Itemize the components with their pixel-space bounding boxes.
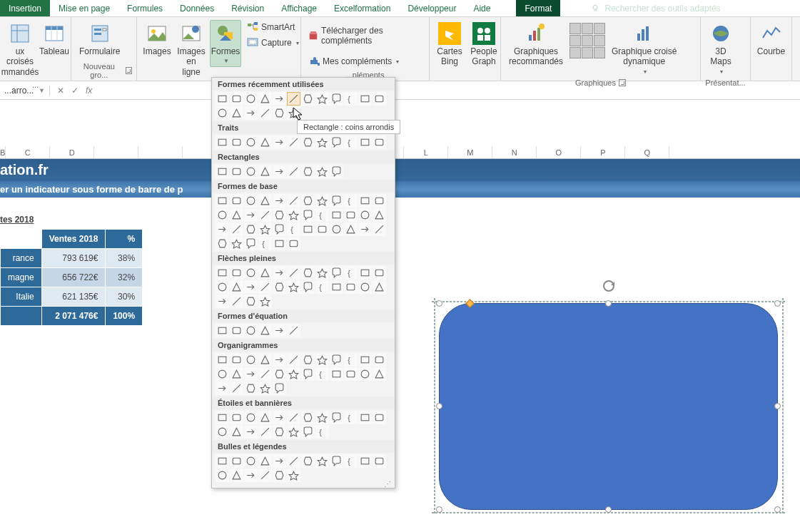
shape-option[interactable]	[230, 194, 243, 208]
shape-option[interactable]	[258, 92, 272, 106]
shape-option[interactable]	[301, 135, 315, 149]
shape-option[interactable]	[358, 411, 372, 424]
shape-option[interactable]	[358, 454, 372, 468]
shape-option[interactable]	[216, 469, 229, 482]
shape-option[interactable]	[273, 353, 286, 367]
tell-me-search[interactable]: Rechercher des outils adaptés	[582, 0, 729, 16]
column-header[interactable]	[138, 146, 183, 158]
shape-option[interactable]	[258, 222, 272, 236]
shape-option[interactable]	[301, 92, 315, 106]
shape-option[interactable]	[258, 454, 272, 468]
shape-option[interactable]: {	[344, 92, 358, 106]
shape-option[interactable]	[244, 194, 258, 208]
column-header[interactable]	[94, 146, 138, 158]
name-box[interactable]: ...arro...▼	[0, 86, 50, 96]
shape-option[interactable]	[230, 353, 243, 367]
shape-option[interactable]	[358, 135, 372, 149]
shape-option[interactable]	[230, 237, 243, 250]
shape-option[interactable]	[344, 222, 358, 236]
shape-option[interactable]	[273, 165, 286, 178]
shape-option[interactable]	[287, 266, 300, 280]
shape-option[interactable]	[287, 237, 300, 250]
shape-option[interactable]	[344, 367, 358, 381]
shape-option[interactable]	[258, 280, 272, 294]
shape-option[interactable]	[258, 194, 272, 208]
tab-format[interactable]: Format	[516, 0, 560, 16]
tab-affichage[interactable]: Affichage	[273, 0, 325, 16]
shape-option[interactable]	[273, 106, 286, 120]
resize-grip-icon[interactable]: ⋰	[384, 482, 392, 486]
shape-option[interactable]	[244, 266, 258, 280]
bing-maps-button[interactable]: Cartes Bing	[434, 20, 465, 69]
shape-option[interactable]	[216, 106, 229, 120]
table-button[interactable]: Tableau	[39, 20, 70, 58]
shape-option[interactable]	[273, 425, 286, 439]
shape-option[interactable]	[273, 222, 286, 236]
shape-option[interactable]	[244, 135, 258, 149]
group-launcher-icon[interactable]	[619, 79, 626, 86]
shape-option[interactable]	[230, 469, 243, 482]
shape-option[interactable]	[330, 194, 343, 208]
shape-option[interactable]	[287, 425, 300, 439]
shape-option[interactable]	[216, 266, 229, 280]
shape-option[interactable]	[244, 469, 258, 482]
shape-option[interactable]	[258, 353, 272, 367]
shapes-dropdown[interactable]: Formes récemment utilisées { Traits { Re…	[211, 77, 395, 488]
shape-option[interactable]	[273, 280, 286, 294]
tab-developpeur[interactable]: Développeur	[399, 0, 465, 16]
shape-option[interactable]	[315, 266, 329, 280]
shape-option[interactable]	[373, 92, 386, 106]
shape-option[interactable]	[216, 165, 229, 178]
shape-option[interactable]	[273, 382, 286, 395]
shape-option[interactable]: {	[344, 411, 358, 424]
shape-option[interactable]	[287, 469, 300, 482]
shape-option[interactable]	[373, 353, 386, 367]
shape-option[interactable]: {	[315, 280, 329, 294]
shape-option[interactable]	[358, 280, 372, 294]
resize-handle[interactable]	[436, 506, 442, 513]
chart-type-grid[interactable]	[569, 23, 605, 58]
formulaire-button[interactable]: Formulaire	[76, 20, 123, 58]
shape-option[interactable]	[244, 106, 258, 120]
tab-insertion[interactable]: Insertion	[0, 0, 50, 16]
sparkline-line-button[interactable]: Courbe	[755, 20, 787, 58]
shape-option[interactable]	[315, 165, 329, 178]
shape-option[interactable]	[330, 135, 343, 149]
shape-option[interactable]	[373, 208, 386, 222]
resize-handle[interactable]	[774, 403, 781, 409]
shape-option[interactable]	[287, 92, 300, 106]
cancel-icon[interactable]: ✕	[57, 86, 64, 96]
shape-option[interactable]	[230, 280, 243, 294]
resize-handle[interactable]	[774, 506, 781, 513]
shape-option[interactable]	[330, 353, 343, 367]
shape-option[interactable]	[287, 367, 300, 381]
shape-option[interactable]	[273, 469, 286, 482]
tab-donnees[interactable]: Données	[171, 0, 223, 16]
shape-option[interactable]	[273, 208, 286, 222]
shape-option[interactable]	[287, 353, 300, 367]
shape-option[interactable]	[216, 411, 229, 424]
shape-option[interactable]: {	[344, 266, 358, 280]
shape-option[interactable]	[287, 208, 300, 222]
pivot-chart-button[interactable]: Graphique croisé dynamique▾	[608, 20, 680, 77]
shape-option[interactable]	[287, 165, 300, 178]
shape-option[interactable]: {	[315, 425, 329, 439]
shape-option[interactable]	[230, 222, 243, 236]
shape-option[interactable]	[273, 237, 286, 250]
shape-option[interactable]	[258, 165, 272, 178]
shape-option[interactable]	[216, 208, 229, 222]
shape-option[interactable]	[244, 367, 258, 381]
shape-option[interactable]	[287, 280, 300, 294]
shape-option[interactable]	[373, 367, 386, 381]
shape-option[interactable]	[244, 92, 258, 106]
shape-option[interactable]	[244, 353, 258, 367]
shape-option[interactable]	[244, 222, 258, 236]
tab-excelformation[interactable]: Excelformation	[325, 0, 399, 16]
shape-option[interactable]	[287, 324, 300, 337]
shape-option[interactable]	[301, 353, 315, 367]
mes-complements-button[interactable]: Mes compléments▾	[305, 54, 425, 68]
resize-handle[interactable]	[436, 300, 442, 307]
inserted-shape-rounded-rectangle[interactable]	[439, 303, 778, 510]
shape-option[interactable]	[358, 208, 372, 222]
shape-option[interactable]	[244, 425, 258, 439]
